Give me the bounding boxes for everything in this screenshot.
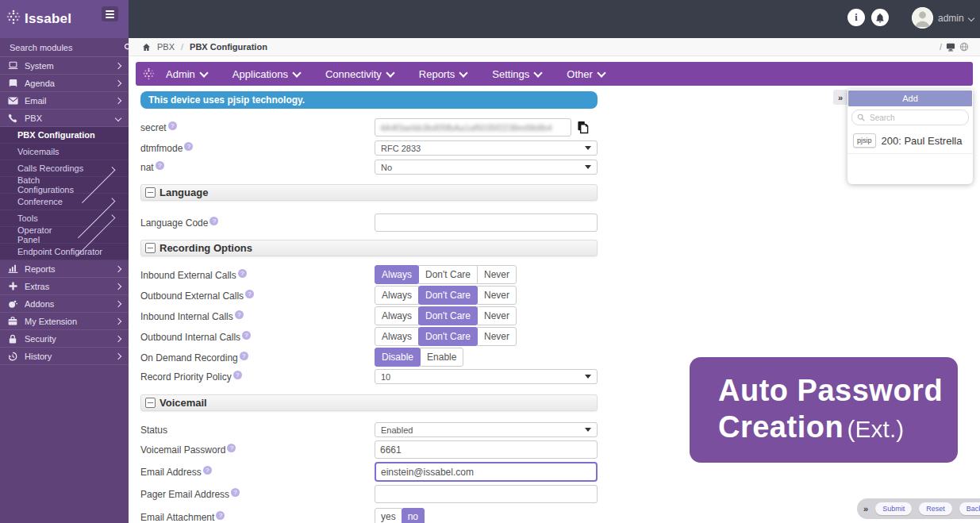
globe-icon[interactable] (959, 42, 969, 52)
help-icon[interactable]: ? (216, 511, 225, 520)
secret-input[interactable]: 4A4f3aebb3bd05fbAa1af5035f2238ed9b8b4 (375, 118, 571, 137)
breadcrumb-divider: / (181, 42, 183, 52)
status-select[interactable]: Enabled (375, 422, 598, 437)
field-control: RFC 2833 (375, 140, 598, 156)
nav-item-admin[interactable]: Admin (166, 68, 207, 80)
back-button[interactable]: Back (959, 502, 980, 515)
reset-button[interactable]: Reset (919, 502, 952, 515)
sidebar-subitem-label: Tools (17, 213, 69, 223)
help-icon[interactable]: ? (231, 488, 240, 497)
sidebar-item-endpoint-configurator[interactable]: Endpoint Configurator (0, 244, 129, 260)
copy-icon[interactable] (577, 121, 589, 134)
chevron-down-icon (534, 68, 543, 77)
help-icon[interactable]: ? (227, 444, 236, 452)
inbound-external-calls-option-don-t-care[interactable]: Don't Care (418, 265, 478, 284)
collapse-section-icon[interactable] (145, 398, 156, 408)
sidebar-item-my-extension[interactable]: My Extension (0, 313, 129, 330)
help-icon[interactable]: ? (168, 121, 177, 130)
outbound-external-calls-option-don-t-care[interactable]: Don't Care (418, 286, 478, 305)
breadcrumb-parent[interactable]: PBX (157, 42, 175, 52)
outbound-internal-calls-option-always[interactable]: Always (375, 327, 419, 346)
submit-button[interactable]: Submit (875, 502, 912, 515)
help-icon[interactable]: ? (235, 310, 244, 319)
voicemail-password-input[interactable] (375, 440, 598, 459)
notifications-bell-icon[interactable] (871, 9, 889, 26)
help-icon[interactable]: ? (238, 269, 247, 278)
inbound-internal-calls-option-never[interactable]: Never (477, 306, 517, 325)
sidebar-item-reports[interactable]: Reports (0, 260, 129, 278)
home-icon[interactable] (142, 43, 151, 52)
info-icon[interactable]: i (847, 9, 865, 26)
help-icon[interactable]: ? (184, 142, 193, 151)
user-menu[interactable]: admin (938, 13, 974, 24)
panel-search[interactable] (851, 110, 969, 125)
add-button[interactable]: Add (848, 90, 972, 106)
auto-password-creation-watermark: Auto Password Creation (Ext.) (690, 357, 958, 463)
help-icon[interactable]: ? (242, 331, 251, 340)
nat-select[interactable]: No (375, 160, 598, 175)
sidebar-item-pbx[interactable]: PBX (0, 110, 129, 127)
help-icon[interactable]: ? (156, 161, 164, 170)
sidebar-item-system[interactable]: System (0, 57, 129, 75)
collapse-section-icon[interactable] (145, 187, 156, 198)
chevron-right-icon (115, 97, 121, 103)
sidebar-item-batch-configurations[interactable]: Batch Configurations (0, 177, 129, 194)
inbound-internal-calls-option-don-t-care[interactable]: Don't Care (418, 306, 478, 325)
extension-list-item[interactable]: pjsip200: Paul Estrella (847, 129, 973, 154)
sidebar-item-history[interactable]: History (0, 348, 129, 365)
nav-item-applications[interactable]: Applications (233, 68, 300, 80)
display-monitor-icon[interactable] (946, 43, 955, 52)
inbound-internal-calls-option-always[interactable]: Always (375, 306, 419, 325)
outbound-external-calls-option-never[interactable]: Never (477, 286, 517, 305)
panel-collapse-icon[interactable]: » (833, 90, 847, 105)
outbound-internal-calls-option-never[interactable]: Never (477, 327, 517, 346)
inbound-external-calls-option-always[interactable]: Always (375, 265, 419, 284)
nav-item-other[interactable]: Other (567, 68, 605, 80)
sidebar-search-input[interactable] (8, 42, 124, 53)
help-icon[interactable]: ? (209, 217, 218, 225)
chevron-down-icon (115, 114, 121, 121)
hamburger-menu-icon[interactable] (102, 6, 118, 21)
footer-collapse-icon[interactable]: » (863, 504, 868, 513)
help-icon[interactable]: ? (240, 352, 248, 360)
pager-email-address-input[interactable] (375, 485, 598, 503)
issabel-logo[interactable]: Issabel (6, 10, 71, 29)
form-row-status: StatusEnabled (140, 422, 598, 437)
dtmfmode-select[interactable]: RFC 2833 (375, 140, 598, 156)
on-demand-recording-option-enable[interactable]: Enable (420, 348, 463, 367)
sidebar-item-email[interactable]: Email (0, 92, 129, 110)
sidebar-item-security[interactable]: Security (0, 330, 129, 348)
help-icon[interactable]: ? (203, 466, 212, 475)
user-avatar[interactable] (912, 7, 933, 29)
sidebar-item-extras[interactable]: Extras (0, 278, 129, 295)
field-label-text: secret (140, 122, 167, 133)
nav-item-label: Settings (492, 68, 529, 80)
email-address-input[interactable] (375, 462, 598, 482)
sidebar-item-voicemails[interactable]: Voicemails (0, 144, 129, 160)
nav-item-reports[interactable]: Reports (419, 68, 467, 80)
inbound-external-calls-option-never[interactable]: Never (477, 265, 517, 284)
sidebar-item-operator-panel[interactable]: Operator Panel (0, 227, 129, 244)
nav-item-connectivity[interactable]: Connectivity (325, 68, 394, 80)
field-label-text: Inbound External Calls (140, 270, 236, 281)
panel-search-input[interactable] (868, 113, 963, 123)
outbound-internal-calls-option-don-t-care[interactable]: Don't Care (418, 327, 478, 346)
sidebar-item-pbx-configuration[interactable]: PBX Configuration (0, 127, 129, 144)
outbound-external-calls-option-always[interactable]: Always (375, 286, 419, 305)
breadcrumb: PBX / PBX Configuration / (129, 38, 980, 56)
field-label-text: Record Priority Policy (140, 371, 232, 383)
email-attachment-option-yes[interactable]: yes (375, 508, 402, 523)
sidebar-item-agenda[interactable]: Agenda (0, 75, 129, 92)
on-demand-recording-option-disable[interactable]: Disable (375, 348, 421, 367)
laptop-icon (6, 61, 19, 70)
sidebar-search[interactable] (0, 38, 129, 57)
email-attachment-option-no[interactable]: no (402, 508, 425, 523)
collapse-section-icon[interactable] (145, 243, 156, 253)
nav-item-settings[interactable]: Settings (492, 68, 541, 80)
language-code-input[interactable] (375, 213, 598, 232)
record-priority-policy-select[interactable]: 10 (375, 369, 598, 384)
sidebar-item-addons[interactable]: Addons (0, 295, 129, 313)
help-icon[interactable]: ? (245, 290, 254, 298)
help-icon[interactable]: ? (233, 371, 242, 379)
field-label: Inbound External Calls? (140, 269, 375, 281)
